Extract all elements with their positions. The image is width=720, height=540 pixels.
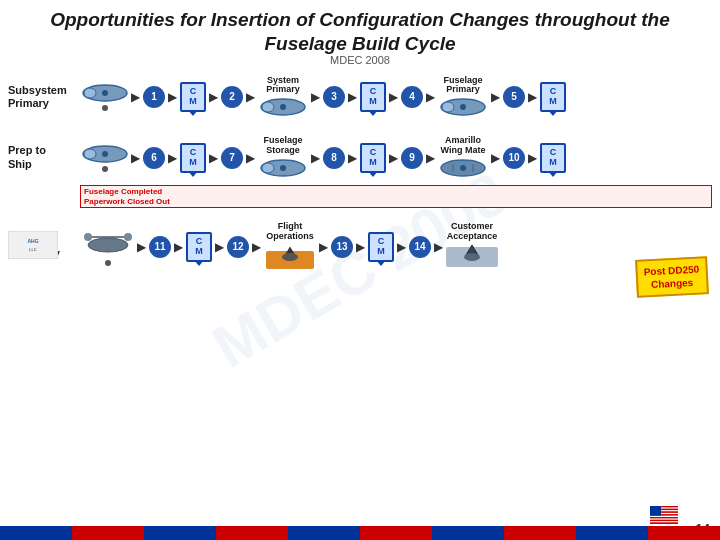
svg-point-11 — [102, 151, 108, 157]
svg-point-13 — [262, 163, 274, 173]
arrow-r2-9: ▶ — [491, 151, 500, 165]
us-flag — [650, 506, 678, 524]
post-dd250-badge: Post DD250 Changes — [635, 256, 708, 298]
svg-rect-46 — [650, 523, 678, 524]
post-dd250-line1: Post DD250 — [644, 263, 700, 277]
label-amarillo-wing-mate: AmarilloWing Mate — [441, 136, 486, 156]
step-9: 9 — [401, 147, 423, 169]
step-8: 8 — [323, 147, 345, 169]
svg-point-1 — [84, 88, 96, 98]
cm-box-6: CM — [540, 143, 566, 173]
arrow-r1-5: ▶ — [311, 90, 320, 104]
step-12: 12 — [227, 236, 249, 258]
main-content: SubsystemPrimary ▶ 1 ▶ CM ▶ 2 ▶ SystemPr… — [0, 70, 720, 282]
bar-seg-2 — [72, 526, 144, 540]
arrow-r2-8: ▶ — [426, 151, 435, 165]
row-final-assembly: FinalAssembly ▶ 11 ▶ CM ▶ 12 ▶ — [8, 222, 712, 271]
svg-rect-43 — [650, 518, 678, 519]
svg-point-8 — [460, 104, 466, 110]
fuselage-subsystem — [80, 82, 130, 111]
svg-point-10 — [84, 149, 96, 159]
step-2: 2 — [221, 86, 243, 108]
arrow-r1-8: ▶ — [426, 90, 435, 104]
final-assembly-aircraft — [82, 227, 134, 266]
arrow-r1-4: ▶ — [246, 90, 255, 104]
label-prep-to-ship: Prep toShip — [8, 144, 80, 170]
arrow-r3-4: ▶ — [252, 240, 261, 254]
post-dd250-line2: Changes — [651, 276, 694, 289]
svg-point-7 — [442, 102, 454, 112]
status-line2: Paperwork Closed Out — [84, 197, 170, 206]
cm-box-2: CM — [360, 82, 386, 112]
amarillo-wing-mate: AmarilloWing Mate — [438, 136, 488, 179]
step-11: 11 — [149, 236, 171, 258]
step-4: 4 — [401, 86, 423, 108]
arrow-r3-7: ▶ — [397, 240, 406, 254]
arrow-r1-6: ▶ — [348, 90, 357, 104]
arrow-r2-7: ▶ — [389, 151, 398, 165]
svg-point-23 — [124, 233, 132, 241]
arrow-r3-2: ▶ — [174, 240, 183, 254]
svg-text:AHG: AHG — [27, 238, 38, 244]
bar-seg-10 — [648, 526, 720, 540]
arrow-r2-5: ▶ — [311, 151, 320, 165]
header: Opportunities for Insertion of Configura… — [0, 0, 720, 70]
svg-rect-30 — [8, 231, 58, 259]
bottom-color-bar — [0, 526, 720, 540]
arrow-r1-3: ▶ — [209, 90, 218, 104]
arrow-r2-3: ▶ — [209, 151, 218, 165]
step-14: 14 — [409, 236, 431, 258]
arrow-r3-3: ▶ — [215, 240, 224, 254]
subtitle: MDEC 2008 — [20, 54, 700, 66]
svg-point-26 — [282, 253, 298, 261]
fuselage-prep — [80, 143, 130, 172]
svg-point-4 — [262, 102, 274, 112]
arrow-r2-4: ▶ — [246, 151, 255, 165]
bar-seg-5 — [288, 526, 360, 540]
bar-seg-9 — [576, 526, 648, 540]
svg-point-18 — [460, 165, 466, 171]
svg-rect-41 — [650, 516, 678, 517]
bar-seg-6 — [360, 526, 432, 540]
arrow-r1-10: ▶ — [528, 90, 537, 104]
arrow-r2-6: ▶ — [348, 151, 357, 165]
arrow-r1-2: ▶ — [168, 90, 177, 104]
logo-area: AHG LLC — [8, 231, 58, 261]
svg-text:LLC: LLC — [29, 247, 36, 252]
label-system-primary: SystemPrimary — [266, 76, 300, 96]
row-prep-to-ship: Prep toShip ▶ 6 ▶ CM ▶ 7 ▶ FuselageStora… — [8, 136, 712, 179]
status-line1: Fuselage Completed — [84, 187, 162, 196]
svg-point-29 — [464, 253, 480, 261]
arrow-r3-8: ▶ — [434, 240, 443, 254]
svg-point-14 — [280, 165, 286, 171]
step-10: 10 — [503, 147, 525, 169]
cm-box-1: CM — [180, 82, 206, 112]
label-fuselage-primary: FuselagePrimary — [443, 76, 482, 96]
arrow-r3-6: ▶ — [356, 240, 365, 254]
step-13: 13 — [331, 236, 353, 258]
system-primary: SystemPrimary — [258, 76, 308, 119]
label-fuselage-storage: FuselageStorage — [263, 136, 302, 156]
svg-point-5 — [280, 104, 286, 110]
bar-seg-3 — [144, 526, 216, 540]
arrow-r2-10: ▶ — [528, 151, 537, 165]
label-flight-operations: FlightOperations — [266, 222, 314, 242]
step-3: 3 — [323, 86, 345, 108]
svg-rect-47 — [650, 506, 661, 516]
fuselage-primary: FuselagePrimary — [438, 76, 488, 119]
bar-seg-1 — [0, 526, 72, 540]
label-customer-acceptance: CustomerAcceptance — [447, 222, 498, 242]
flight-operations: FlightOperations — [264, 222, 316, 271]
svg-rect-45 — [650, 521, 678, 522]
svg-point-2 — [102, 90, 108, 96]
status-note-area: Fuselage Completed Paperwork Closed Out — [80, 185, 712, 208]
step-6: 6 — [143, 147, 165, 169]
label-subsystem-primary: SubsystemPrimary — [8, 84, 80, 110]
arrow-r1-1: ▶ — [131, 90, 140, 104]
bar-seg-8 — [504, 526, 576, 540]
step-7: 7 — [221, 147, 243, 169]
cm-box-7: CM — [186, 232, 212, 262]
status-note: Fuselage Completed Paperwork Closed Out — [80, 185, 712, 208]
svg-point-22 — [84, 233, 92, 241]
arrow-r2-1: ▶ — [131, 151, 140, 165]
